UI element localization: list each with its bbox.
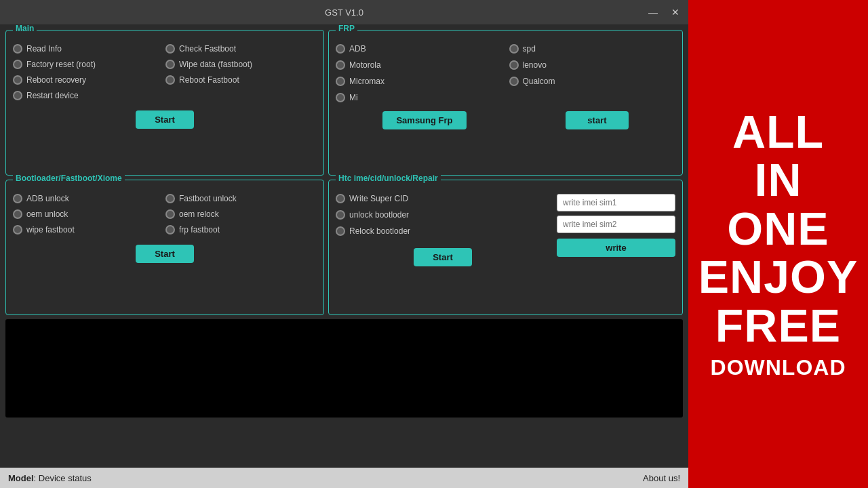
statusbar: Model: Device status About us! [0,468,688,488]
model-value: : Device status [34,473,92,483]
model-status: Model: Device status [8,473,92,483]
frp-start-button[interactable]: start [566,111,628,129]
radio-frp-mi [336,93,345,102]
frp-option-lenovo[interactable]: lenovo [509,60,676,70]
frp-option-spd[interactable]: spd [509,44,676,54]
top-row: Main Read Info Factory reset (root) [5,30,683,176]
main-option-reboot-fastboot[interactable]: Reboot Fastboot [165,75,317,85]
radio-oem-relock [165,209,175,219]
htc-option-relock-bootloder[interactable]: Relock bootloder [336,226,550,236]
banner-line-in: IN [755,156,802,204]
frp-option-micromax[interactable]: Micromax [336,77,502,86]
radio-adb-unlock [13,194,22,203]
banner-download: DOWNLOAD [711,355,846,380]
radio-frp-adb [336,44,345,54]
bottom-row: Bootloader/Fastboot/Xiome ADB unlock oem… [5,180,683,315]
close-button[interactable]: ✕ [668,5,683,19]
app-title: GST V1.0 [325,7,363,18]
main-options-grid: Read Info Factory reset (root) Reboot re… [13,44,317,104]
radio-factory-reset [13,60,22,69]
frp-panel-title: FRP [336,24,357,33]
main-option-reboot-recovery[interactable]: Reboot recovery [13,75,164,85]
bootloader-panel: Bootloader/Fastboot/Xiome ADB unlock oem… [5,180,324,315]
radio-relock-bootloder [336,226,345,236]
boot-option-frp-fastboot[interactable]: frp fastboot [165,225,317,235]
main-options-col1: Read Info Factory reset (root) Reboot re… [13,44,164,104]
window-controls: — ✕ [645,5,683,19]
main-options-col2: Check Fastboot Wipe data (fastboot) Rebo… [165,44,317,104]
model-label: Model [8,473,34,483]
samsung-frp-button[interactable]: Samsung Frp [382,111,466,129]
boot-option-fastboot-unlock[interactable]: Fastboot unlock [165,194,317,203]
bootloader-options-grid: ADB unlock oem unlock wipe fastboot [13,194,317,238]
radio-check-fastboot [165,44,175,54]
main-content: Main Read Info Factory reset (root) [0,24,688,468]
radio-write-cid [336,194,345,203]
radio-fastboot-unlock [165,194,175,203]
main-option-check-fastboot[interactable]: Check Fastboot [165,44,317,54]
radio-unlock-bootloder [336,210,345,220]
radio-reboot-recovery [13,75,22,85]
minimize-button[interactable]: — [645,5,661,19]
imei-sim2-input[interactable] [557,216,675,233]
main-panel: Main Read Info Factory reset (root) [5,30,324,176]
radio-frp-spd [509,44,519,54]
boot-option-oem-unlock[interactable]: oem unlock [13,209,164,219]
htc-content: Write Super CID unlock bootloder Relock … [336,194,675,269]
htc-start-button[interactable]: Start [414,248,472,266]
banner-line-one: ONE [727,205,829,253]
bootloader-start-button[interactable]: Start [136,245,194,263]
radio-frp-motorola [336,60,345,70]
main-panel-title: Main [13,24,37,33]
htc-imei-section: write [557,194,675,269]
frp-options: ADB Motorola Micromax Mi [336,44,675,106]
radio-wipe-fastboot [13,225,22,235]
radio-frp-qualcom [509,77,519,86]
banner-line-enjoy: ENJOY [698,253,859,301]
bootloader-options-col1: ADB unlock oem unlock wipe fastboot [13,194,164,238]
htc-panel-title: Htc ime/cid/unlock/Repair [336,174,441,183]
bootloader-options-col2: Fastboot unlock oem relock frp fastboot [165,194,317,238]
main-option-wipe-data[interactable]: Wipe data (fastboot) [165,60,317,69]
main-start-button[interactable]: Start [136,110,194,129]
radio-read-info [13,44,22,54]
frp-option-qualcom[interactable]: Qualcom [509,77,676,86]
boot-option-oem-relock[interactable]: oem relock [165,209,317,219]
frp-buttons: Samsung Frp start [336,111,675,129]
boot-option-adb-unlock[interactable]: ADB unlock [13,194,164,203]
log-area [5,319,683,418]
radio-restart-device [13,91,22,100]
htc-options: Write Super CID unlock bootloder Relock … [336,194,550,269]
main-option-read-info[interactable]: Read Info [13,44,164,54]
radio-wipe-data [165,60,175,69]
write-button[interactable]: write [557,239,675,257]
main-option-factory-reset[interactable]: Factory reset (root) [13,60,164,69]
radio-reboot-fastboot [165,75,175,85]
bootloader-panel-title: Bootloader/Fastboot/Xiome [13,174,125,183]
radio-oem-unlock [13,209,22,219]
htc-panel: Htc ime/cid/unlock/Repair Write Super CI… [328,180,683,315]
main-option-restart-device[interactable]: Restart device [13,91,164,100]
radio-frp-lenovo [509,60,519,70]
frp-panel: FRP ADB Motorola Micromax [328,30,683,176]
frp-col2: spd lenovo Qualcom [509,44,676,106]
htc-option-write-cid[interactable]: Write Super CID [336,194,550,203]
frp-col1: ADB Motorola Micromax Mi [336,44,502,106]
about-link[interactable]: About us! [643,473,680,483]
htc-option-unlock-bootloder[interactable]: unlock bootloder [336,210,550,220]
frp-option-mi[interactable]: Mi [336,93,502,102]
banner-line-free: FREE [715,302,841,350]
imei-sim1-input[interactable] [557,194,675,211]
frp-option-adb[interactable]: ADB [336,44,502,54]
boot-option-wipe-fastboot[interactable]: wipe fastboot [13,225,164,235]
titlebar: GST V1.0 — ✕ [0,0,688,24]
banner-line-all: ALL [732,108,824,156]
radio-frp-micromax [336,77,345,86]
radio-frp-fastboot [165,225,175,235]
promo-banner: ALL IN ONE ENJOY FREE DOWNLOAD [688,0,868,488]
frp-option-motorola[interactable]: Motorola [336,60,502,70]
